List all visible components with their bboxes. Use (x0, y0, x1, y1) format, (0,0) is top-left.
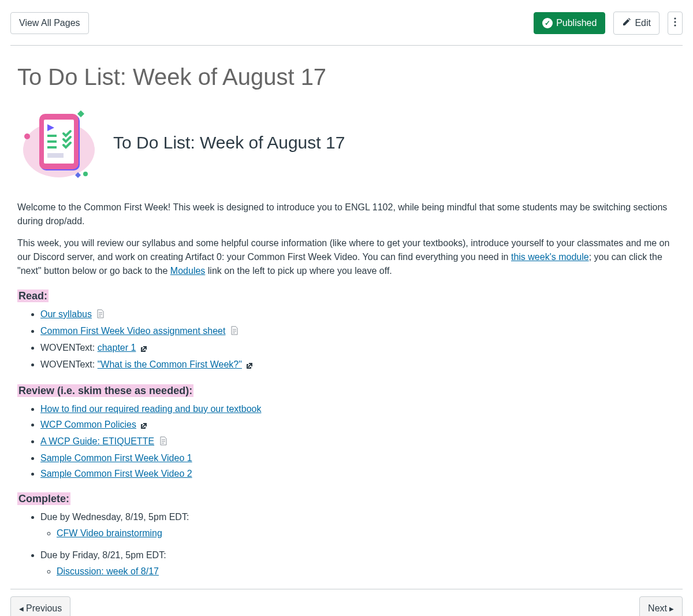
list-item: Due by Wednesday, 8/19, 5pm EDT:CFW Vide… (40, 510, 676, 540)
content-link[interactable]: Sample Common First Week Video 1 (40, 453, 192, 463)
svg-rect-10 (47, 140, 57, 143)
content-link[interactable]: Sample Common First Week Video 2 (40, 469, 192, 478)
complete-list: Due by Wednesday, 8/19, 5pm EDT:CFW Vide… (17, 510, 676, 578)
document-preview-icon (159, 436, 167, 450)
list-item: A WCP Guide: ETIQUETTE (40, 435, 676, 450)
list-item: How to find our required reading and buy… (40, 402, 676, 416)
list-item: Sample Common First Week Video 1 (40, 451, 676, 465)
check-circle-icon: ✓ (542, 18, 553, 28)
svg-rect-12 (47, 153, 64, 158)
svg-point-2 (674, 24, 676, 26)
triangle-left-icon: ◀ (19, 604, 24, 613)
review-list: How to find our required reading and buy… (17, 402, 676, 481)
published-label: Published (556, 18, 597, 28)
content-link[interactable]: How to find our required reading and buy… (40, 404, 261, 414)
complete-heading: Complete: (17, 492, 70, 505)
hero-row: To Do List: Week of August 17 (17, 105, 676, 180)
next-button[interactable]: Next ▶ (639, 596, 683, 616)
review-heading: Review (i.e. skim these as needed): (17, 384, 193, 397)
external-link-icon (141, 419, 147, 433)
list-item: CFW Video brainstorming (57, 526, 676, 540)
vertical-dots-icon (674, 17, 676, 29)
list-item: Sample Common First Week Video 2 (40, 467, 676, 481)
content-link[interactable]: CFW Video brainstorming (57, 528, 162, 538)
triangle-right-icon: ▶ (669, 604, 674, 613)
this-weeks-module-link[interactable]: this week's module (511, 252, 589, 262)
intro-paragraph-2: This week, you will review our syllabus … (17, 236, 676, 278)
svg-point-4 (24, 133, 30, 139)
read-heading: Read: (17, 290, 49, 302)
content-link[interactable]: Common First Week Video assignment sheet (40, 326, 225, 336)
read-list: Our syllabus Common First Week Video ass… (17, 307, 676, 373)
list-item: WCP Common Policies (40, 418, 676, 433)
list-item: Discussion: week of 8/17 (57, 565, 676, 578)
svg-rect-11 (47, 146, 57, 149)
document-preview-icon (230, 325, 239, 339)
svg-rect-9 (47, 135, 57, 137)
svg-point-0 (674, 17, 676, 19)
content-link[interactable]: Our syllabus (40, 309, 92, 319)
more-options-button[interactable] (668, 12, 683, 35)
todo-clipboard-icon (17, 105, 104, 180)
page-content: To Do List: Week of August 17 Welcome to… (10, 105, 683, 578)
published-button[interactable]: ✓ Published (534, 12, 605, 34)
module-nav-footer: ◀ Previous Next ▶ (10, 589, 683, 616)
content-link[interactable]: "What is the Common First Week?" (98, 359, 242, 369)
modules-link[interactable]: Modules (170, 266, 205, 276)
content-link[interactable]: WCP Common Policies (40, 420, 136, 429)
list-item: WOVENText: "What is the Common First Wee… (40, 358, 676, 373)
external-link-icon (141, 342, 147, 356)
page-title: To Do List: Week of August 17 (10, 60, 683, 94)
edit-label: Edit (635, 18, 651, 28)
external-link-icon (247, 359, 252, 373)
intro-paragraph-1: Welcome to the Common First Week! This w… (17, 201, 676, 228)
content-link[interactable]: A WCP Guide: ETIQUETTE (40, 436, 154, 446)
document-preview-icon (96, 309, 105, 322)
content-link[interactable]: chapter 1 (98, 343, 136, 352)
view-all-pages-button[interactable]: View All Pages (10, 12, 89, 34)
hero-title: To Do List: Week of August 17 (113, 129, 345, 155)
toolbar: View All Pages ✓ Published Edit (10, 12, 683, 46)
previous-button[interactable]: ◀ Previous (10, 596, 70, 616)
pencil-icon (622, 17, 631, 29)
list-item: Common First Week Video assignment sheet (40, 324, 676, 339)
svg-point-1 (674, 21, 676, 23)
svg-point-5 (83, 172, 88, 176)
list-item: Due by Friday, 8/21, 5pm EDT:Discussion:… (40, 548, 676, 578)
list-item: Our syllabus (40, 307, 676, 322)
list-item: WOVENText: chapter 1 (40, 341, 676, 356)
edit-button[interactable]: Edit (613, 12, 660, 35)
content-link[interactable]: Discussion: week of 8/17 (57, 566, 159, 576)
